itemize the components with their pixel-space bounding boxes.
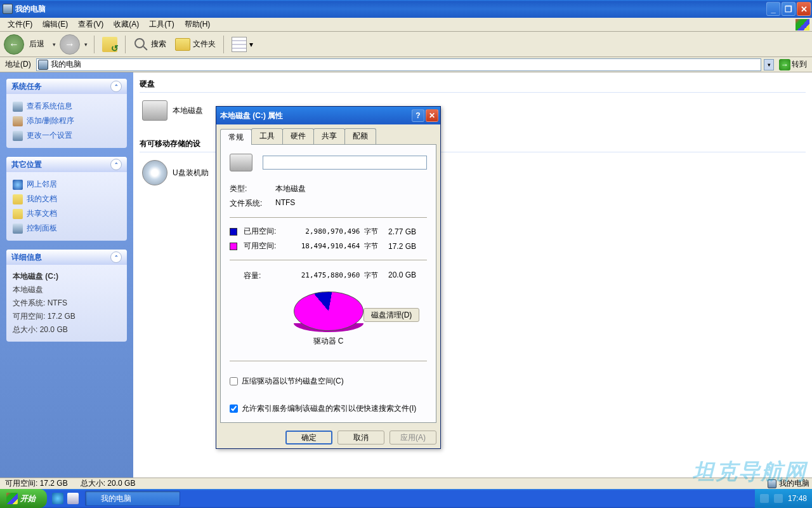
sidebar: 系统任务 ⌃ 查看系统信息 添加/删除程序 更改一个设置 其它位置 ⌃ 网上邻居… <box>0 72 133 478</box>
free-label: 可用空间: <box>244 241 289 251</box>
my-computer-icon <box>768 479 776 488</box>
address-input[interactable]: 我的电脑 <box>36 58 761 71</box>
panel-details: 详细信息 ⌃ 本地磁盘 (C:) 本地磁盘 文件系统: NTFS 可用空间: 1… <box>6 250 127 342</box>
tab-general[interactable]: 常规 <box>220 129 252 145</box>
search-button[interactable]: 搜索 <box>129 36 170 53</box>
hard-disk-icon <box>142 100 167 121</box>
pie-caption: 驱动器 C <box>230 331 427 347</box>
drive-label: 本地磁盘 <box>173 105 203 116</box>
menu-edit[interactable]: 编辑(E) <box>37 18 73 31</box>
folder-icon <box>175 38 190 51</box>
free-bytes: 18,494,910,464 字节 <box>289 241 378 251</box>
removable-label: U盘装机助 <box>173 168 209 178</box>
windows-logo-icon <box>796 19 809 30</box>
taskbar-task-button[interactable]: 我的电脑 <box>85 491 180 506</box>
tab-sharing[interactable]: 共享 <box>313 128 345 144</box>
tab-strip: 常规 工具 硬件 共享 配额 <box>216 124 440 144</box>
start-button[interactable]: 开始 <box>0 489 47 508</box>
collapse-icon[interactable]: ⌃ <box>110 251 122 263</box>
volume-name-input[interactable] <box>263 156 427 170</box>
menu-favorites[interactable]: 收藏(A) <box>108 18 144 31</box>
status-bar: 可用空间: 17.2 GB 总大小: 20.0 GB 我的电脑 <box>0 478 812 489</box>
info-icon <box>13 102 23 112</box>
used-gb: 2.77 GB <box>378 227 416 236</box>
search-label: 搜索 <box>151 39 166 50</box>
sidebar-item-add-remove[interactable]: 添加/删除程序 <box>13 114 121 128</box>
address-label: 地址(D) <box>3 59 34 70</box>
show-desktop-icon[interactable] <box>67 493 79 504</box>
tray-icon[interactable] <box>774 494 783 503</box>
back-dropdown[interactable] <box>49 35 58 54</box>
panel-header[interactable]: 系统任务 ⌃ <box>6 79 127 94</box>
minimize-button[interactable]: _ <box>766 2 780 16</box>
sidebar-item-control-panel[interactable]: 控制面板 <box>13 221 121 236</box>
folder-icon <box>13 209 23 219</box>
panel-title: 系统任务 <box>11 81 42 92</box>
sidebar-item-network[interactable]: 网上邻居 <box>13 177 121 192</box>
search-icon <box>133 37 148 52</box>
tab-tools[interactable]: 工具 <box>251 128 283 144</box>
ie-icon[interactable] <box>52 493 63 504</box>
tray-icon[interactable] <box>760 494 769 503</box>
menu-view[interactable]: 查看(V) <box>73 18 108 31</box>
panel-other-places: 其它位置 ⌃ 网上邻居 我的文档 共享文档 控制面板 <box>6 157 127 241</box>
menu-file[interactable]: 文件(F) <box>3 18 37 31</box>
up-button[interactable] <box>98 36 121 53</box>
hard-disk-icon <box>230 154 252 171</box>
cd-drive-icon <box>142 160 167 185</box>
control-panel-icon <box>13 224 23 234</box>
window-titlebar: 我的电脑 _ ❐ ✕ <box>0 0 812 18</box>
used-bytes: 2,980,970,496 字节 <box>289 227 378 236</box>
index-label: 允许索引服务编制该磁盘的索引以便快速搜索文件(I) <box>242 403 416 414</box>
cancel-button[interactable]: 取消 <box>337 431 384 444</box>
detail-free: 可用空间: 17.2 GB <box>13 310 121 323</box>
type-value: 本地磁盘 <box>275 184 306 194</box>
index-checkbox[interactable] <box>230 404 238 413</box>
forward-dropdown[interactable] <box>81 35 90 54</box>
settings-icon <box>13 131 23 141</box>
dialog-titlebar: 本地磁盘 (C:) 属性 ? ✕ <box>216 107 440 124</box>
address-bar: 地址(D) 我的电脑 转到 <box>0 57 812 72</box>
panel-title: 其它位置 <box>11 159 42 170</box>
menu-help[interactable]: 帮助(H) <box>180 18 216 31</box>
group-drives: 硬盘 <box>140 76 806 93</box>
menu-tools[interactable]: 工具(T) <box>144 18 179 31</box>
toolbar: 后退 搜索 文件夹 ▾ <box>0 32 812 57</box>
tab-hardware[interactable]: 硬件 <box>282 128 314 144</box>
detail-fs: 文件系统: NTFS <box>13 297 121 310</box>
close-button[interactable]: ✕ <box>797 2 811 16</box>
up-folder-icon <box>102 37 117 52</box>
view-button[interactable]: ▾ <box>228 36 257 53</box>
panel-system-tasks: 系统任务 ⌃ 查看系统信息 添加/删除程序 更改一个设置 <box>6 79 127 148</box>
status-free: 可用空间: 17.2 GB <box>3 478 70 489</box>
menu-bar: 文件(F) 编辑(E) 查看(V) 收藏(A) 工具(T) 帮助(H) <box>0 18 812 32</box>
detail-type: 本地磁盘 <box>13 283 121 297</box>
dialog-close-button[interactable]: ✕ <box>426 109 438 122</box>
box-icon <box>13 116 23 126</box>
compress-checkbox[interactable] <box>230 377 238 385</box>
collapse-icon[interactable]: ⌃ <box>110 81 122 92</box>
back-button[interactable] <box>4 34 24 55</box>
separator <box>125 36 126 53</box>
sidebar-item-shared[interactable]: 共享文档 <box>13 206 121 221</box>
panel-header[interactable]: 详细信息 ⌃ <box>6 250 127 265</box>
detail-total: 总大小: 20.0 GB <box>13 323 121 337</box>
disk-cleanup-button[interactable]: 磁盘清理(D) <box>363 308 419 322</box>
folders-button[interactable]: 文件夹 <box>171 37 219 52</box>
restore-button[interactable]: ❐ <box>782 2 796 16</box>
help-button[interactable]: ? <box>412 109 424 122</box>
go-arrow-icon <box>779 59 790 70</box>
collapse-icon[interactable]: ⌃ <box>110 159 122 170</box>
tab-panel-general: 类型:本地磁盘 文件系统:NTFS 已用空间: 2,980,970,496 字节… <box>220 144 436 423</box>
tab-quota[interactable]: 配额 <box>344 128 376 144</box>
dialog-title: 本地磁盘 (C:) 属性 <box>220 110 283 121</box>
ok-button[interactable]: 确定 <box>285 431 332 444</box>
free-gb: 17.2 GB <box>378 242 416 251</box>
address-value: 我的电脑 <box>51 59 81 70</box>
sidebar-item-system-info[interactable]: 查看系统信息 <box>13 99 121 114</box>
panel-header[interactable]: 其它位置 ⌃ <box>6 157 127 172</box>
sidebar-item-documents[interactable]: 我的文档 <box>13 192 121 206</box>
sidebar-item-change-setting[interactable]: 更改一个设置 <box>13 128 121 143</box>
address-dropdown[interactable] <box>764 59 774 70</box>
go-button[interactable]: 转到 <box>776 59 809 70</box>
